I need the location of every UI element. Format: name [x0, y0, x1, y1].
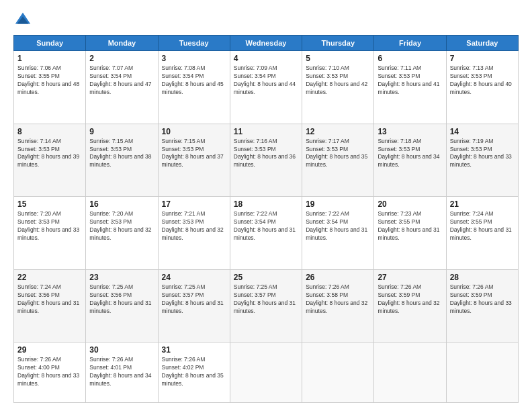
calendar-cell: 23Sunrise: 7:25 AMSunset: 3:56 PMDayligh…: [86, 269, 158, 342]
day-number: 9: [89, 127, 154, 136]
day-info: Sunrise: 7:21 AMSunset: 3:53 PMDaylight:…: [162, 210, 226, 242]
calendar-cell: 22Sunrise: 7:24 AMSunset: 3:56 PMDayligh…: [14, 269, 86, 342]
day-info: Sunrise: 7:07 AMSunset: 3:54 PMDaylight:…: [89, 64, 154, 97]
day-number: 31: [162, 345, 226, 355]
day-number: 5: [306, 54, 370, 63]
day-info: Sunrise: 7:11 AMSunset: 3:53 PMDaylight:…: [378, 64, 442, 97]
calendar-week-3: 15Sunrise: 7:20 AMSunset: 3:53 PMDayligh…: [14, 197, 519, 270]
calendar-table: SundayMondayTuesdayWednesdayThursdayFrid…: [13, 35, 519, 403]
day-info: Sunrise: 7:20 AMSunset: 3:53 PMDaylight:…: [89, 210, 154, 242]
day-number: 29: [17, 345, 82, 355]
day-info: Sunrise: 7:26 AMSunset: 3:58 PMDaylight:…: [306, 283, 370, 316]
day-info: Sunrise: 7:14 AMSunset: 3:53 PMDaylight:…: [17, 138, 82, 170]
calendar-cell: 7Sunrise: 7:13 AMSunset: 3:53 PMDaylight…: [446, 51, 518, 124]
calendar-cell: 10Sunrise: 7:15 AMSunset: 3:53 PMDayligh…: [158, 124, 230, 197]
day-info: Sunrise: 7:22 AMSunset: 3:54 PMDaylight:…: [234, 210, 298, 242]
calendar-cell: 3Sunrise: 7:08 AMSunset: 3:54 PMDaylight…: [158, 51, 230, 124]
day-number: 30: [89, 345, 154, 355]
calendar-cell: 15Sunrise: 7:20 AMSunset: 3:53 PMDayligh…: [14, 197, 86, 270]
calendar-cell: 26Sunrise: 7:26 AMSunset: 3:58 PMDayligh…: [302, 269, 374, 342]
calendar-cell: 1Sunrise: 7:06 AMSunset: 3:55 PMDaylight…: [14, 51, 86, 124]
day-info: Sunrise: 7:19 AMSunset: 3:53 PMDaylight:…: [450, 138, 515, 170]
day-info: Sunrise: 7:26 AMSunset: 3:59 PMDaylight:…: [378, 283, 442, 316]
calendar-week-5: 29Sunrise: 7:26 AMSunset: 4:00 PMDayligh…: [14, 342, 519, 403]
calendar-cell: 12Sunrise: 7:17 AMSunset: 3:53 PMDayligh…: [302, 124, 374, 197]
day-number: 7: [450, 54, 515, 63]
day-number: 25: [234, 273, 298, 282]
day-info: Sunrise: 7:25 AMSunset: 3:56 PMDaylight:…: [89, 283, 154, 316]
calendar-cell: [302, 342, 374, 403]
calendar-cell: 11Sunrise: 7:16 AMSunset: 3:53 PMDayligh…: [230, 124, 302, 197]
day-number: 1: [17, 54, 82, 63]
day-info: Sunrise: 7:20 AMSunset: 3:53 PMDaylight:…: [17, 210, 82, 242]
calendar-cell: 5Sunrise: 7:10 AMSunset: 3:53 PMDaylight…: [302, 51, 374, 124]
logo: [13, 11, 35, 30]
day-info: Sunrise: 7:24 AMSunset: 3:55 PMDaylight:…: [450, 210, 515, 242]
weekday-header-row: SundayMondayTuesdayWednesdayThursdayFrid…: [14, 36, 519, 51]
day-info: Sunrise: 7:10 AMSunset: 3:53 PMDaylight:…: [306, 64, 370, 97]
weekday-header-monday: Monday: [86, 36, 158, 51]
day-number: 19: [306, 199, 370, 209]
page: SundayMondayTuesdayWednesdayThursdayFrid…: [0, 0, 532, 411]
weekday-header-tuesday: Tuesday: [158, 36, 230, 51]
day-number: 20: [378, 199, 442, 209]
calendar-cell: 20Sunrise: 7:23 AMSunset: 3:55 PMDayligh…: [374, 197, 446, 270]
calendar-week-2: 8Sunrise: 7:14 AMSunset: 3:53 PMDaylight…: [14, 124, 519, 197]
calendar-cell: 21Sunrise: 7:24 AMSunset: 3:55 PMDayligh…: [446, 197, 518, 270]
calendar-cell: 8Sunrise: 7:14 AMSunset: 3:53 PMDaylight…: [14, 124, 86, 197]
day-info: Sunrise: 7:16 AMSunset: 3:53 PMDaylight:…: [234, 138, 298, 170]
day-info: Sunrise: 7:17 AMSunset: 3:53 PMDaylight:…: [306, 138, 370, 170]
day-number: 26: [306, 273, 370, 282]
calendar-cell: 6Sunrise: 7:11 AMSunset: 3:53 PMDaylight…: [374, 51, 446, 124]
day-info: Sunrise: 7:26 AMSunset: 4:02 PMDaylight:…: [162, 356, 226, 388]
weekday-header-wednesday: Wednesday: [230, 36, 302, 51]
calendar-cell: [230, 342, 302, 403]
calendar-cell: [374, 342, 446, 403]
calendar-week-4: 22Sunrise: 7:24 AMSunset: 3:56 PMDayligh…: [14, 269, 519, 342]
day-info: Sunrise: 7:15 AMSunset: 3:53 PMDaylight:…: [89, 138, 154, 170]
day-number: 2: [89, 54, 154, 63]
calendar-cell: 16Sunrise: 7:20 AMSunset: 3:53 PMDayligh…: [86, 197, 158, 270]
day-number: 22: [17, 273, 82, 282]
day-info: Sunrise: 7:08 AMSunset: 3:54 PMDaylight:…: [162, 64, 226, 97]
day-number: 28: [450, 273, 515, 282]
calendar-cell: 14Sunrise: 7:19 AMSunset: 3:53 PMDayligh…: [446, 124, 518, 197]
calendar-cell: 24Sunrise: 7:25 AMSunset: 3:57 PMDayligh…: [158, 269, 230, 342]
day-info: Sunrise: 7:25 AMSunset: 3:57 PMDaylight:…: [234, 283, 298, 316]
header: [13, 11, 519, 30]
day-number: 15: [17, 199, 82, 209]
day-info: Sunrise: 7:22 AMSunset: 3:54 PMDaylight:…: [306, 210, 370, 242]
calendar-cell: 17Sunrise: 7:21 AMSunset: 3:53 PMDayligh…: [158, 197, 230, 270]
day-number: 12: [306, 127, 370, 136]
calendar-cell: 27Sunrise: 7:26 AMSunset: 3:59 PMDayligh…: [374, 269, 446, 342]
day-info: Sunrise: 7:26 AMSunset: 4:01 PMDaylight:…: [89, 356, 154, 388]
calendar-cell: 19Sunrise: 7:22 AMSunset: 3:54 PMDayligh…: [302, 197, 374, 270]
day-info: Sunrise: 7:15 AMSunset: 3:53 PMDaylight:…: [162, 138, 226, 170]
weekday-header-thursday: Thursday: [302, 36, 374, 51]
day-number: 18: [234, 199, 298, 209]
calendar-cell: 13Sunrise: 7:18 AMSunset: 3:53 PMDayligh…: [374, 124, 446, 197]
day-number: 16: [89, 199, 154, 209]
day-number: 6: [378, 54, 442, 63]
day-number: 23: [89, 273, 154, 282]
calendar-cell: 28Sunrise: 7:26 AMSunset: 3:59 PMDayligh…: [446, 269, 518, 342]
calendar-cell: 31Sunrise: 7:26 AMSunset: 4:02 PMDayligh…: [158, 342, 230, 403]
calendar-cell: [446, 342, 518, 403]
day-info: Sunrise: 7:09 AMSunset: 3:54 PMDaylight:…: [234, 64, 298, 97]
calendar-cell: 25Sunrise: 7:25 AMSunset: 3:57 PMDayligh…: [230, 269, 302, 342]
day-info: Sunrise: 7:26 AMSunset: 3:59 PMDaylight:…: [450, 283, 515, 316]
day-number: 8: [17, 127, 82, 136]
day-number: 17: [162, 199, 226, 209]
calendar-cell: 9Sunrise: 7:15 AMSunset: 3:53 PMDaylight…: [86, 124, 158, 197]
day-number: 13: [378, 127, 442, 136]
day-info: Sunrise: 7:18 AMSunset: 3:53 PMDaylight:…: [378, 138, 442, 170]
calendar-cell: 30Sunrise: 7:26 AMSunset: 4:01 PMDayligh…: [86, 342, 158, 403]
day-info: Sunrise: 7:06 AMSunset: 3:55 PMDaylight:…: [17, 64, 82, 97]
logo-icon: [13, 11, 32, 30]
day-info: Sunrise: 7:24 AMSunset: 3:56 PMDaylight:…: [17, 283, 82, 316]
day-number: 24: [162, 273, 226, 282]
day-info: Sunrise: 7:23 AMSunset: 3:55 PMDaylight:…: [378, 210, 442, 242]
day-number: 21: [450, 199, 515, 209]
calendar-cell: 4Sunrise: 7:09 AMSunset: 3:54 PMDaylight…: [230, 51, 302, 124]
day-info: Sunrise: 7:13 AMSunset: 3:53 PMDaylight:…: [450, 64, 515, 97]
